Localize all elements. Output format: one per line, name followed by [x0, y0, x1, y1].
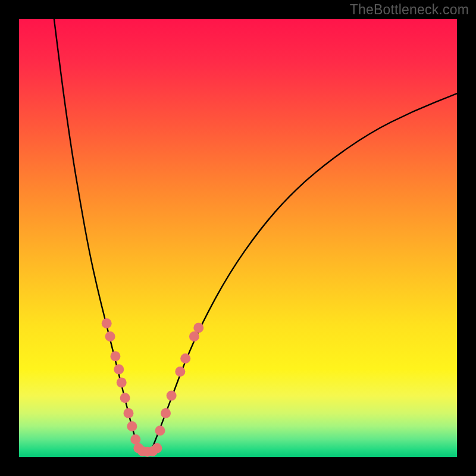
- dot-right: [180, 353, 190, 364]
- dot-right: [161, 408, 171, 418]
- plot-area: [19, 19, 457, 457]
- dot-left: [127, 421, 137, 431]
- dot-left: [120, 393, 130, 403]
- data-dots: [102, 318, 204, 457]
- dot-bottom: [152, 443, 162, 453]
- dot-left: [124, 408, 134, 418]
- dot-right: [193, 322, 203, 333]
- dot-right: [155, 425, 165, 436]
- dot-left: [114, 364, 124, 374]
- dot-left: [130, 434, 140, 444]
- v-curve: [54, 19, 457, 453]
- dot-right: [175, 367, 185, 377]
- dot-left: [110, 351, 120, 361]
- dot-right: [167, 390, 177, 400]
- dot-left: [105, 331, 115, 342]
- watermark-text: TheBottleneck.com: [350, 2, 469, 18]
- chart-frame: TheBottleneck.com: [0, 0, 476, 476]
- dot-left: [102, 318, 112, 328]
- curves-layer: [19, 19, 457, 457]
- dot-right: [189, 331, 199, 342]
- bottleneck-curve: [54, 19, 457, 453]
- dot-left: [117, 377, 127, 387]
